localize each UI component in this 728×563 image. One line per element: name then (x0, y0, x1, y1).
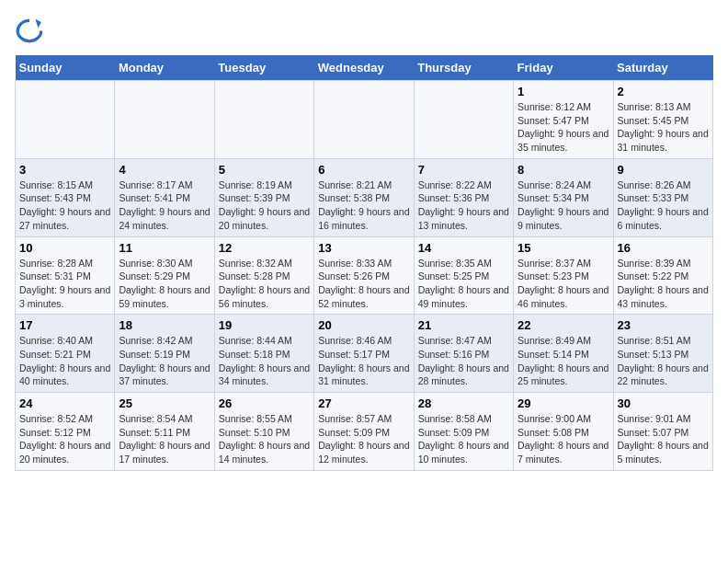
calendar-cell: 21Sunrise: 8:47 AM Sunset: 5:16 PM Dayli… (414, 315, 513, 393)
calendar-week-2: 3Sunrise: 8:15 AM Sunset: 5:43 PM Daylig… (16, 158, 713, 236)
column-header-sunday: Sunday (16, 55, 115, 81)
day-info: Sunrise: 8:19 AM Sunset: 5:39 PM Dayligh… (219, 178, 310, 233)
day-number: 3 (19, 163, 110, 177)
calendar-cell: 27Sunrise: 8:57 AM Sunset: 5:09 PM Dayli… (314, 393, 414, 471)
column-header-saturday: Saturday (613, 55, 712, 81)
day-info: Sunrise: 8:55 AM Sunset: 5:10 PM Dayligh… (219, 412, 310, 466)
column-header-friday: Friday (514, 55, 613, 81)
calendar-cell: 1Sunrise: 8:12 AM Sunset: 5:47 PM Daylig… (514, 81, 613, 159)
day-number: 17 (19, 318, 110, 332)
day-number: 29 (518, 396, 609, 410)
calendar-cell: 4Sunrise: 8:17 AM Sunset: 5:41 PM Daylig… (115, 158, 214, 236)
calendar-cell: 25Sunrise: 8:54 AM Sunset: 5:11 PM Dayli… (115, 393, 214, 471)
calendar-cell: 24Sunrise: 8:52 AM Sunset: 5:12 PM Dayli… (16, 393, 115, 471)
calendar-cell: 3Sunrise: 8:15 AM Sunset: 5:43 PM Daylig… (16, 158, 115, 236)
calendar-cell (115, 81, 214, 159)
day-info: Sunrise: 8:30 AM Sunset: 5:29 PM Dayligh… (119, 257, 210, 311)
day-info: Sunrise: 8:39 AM Sunset: 5:22 PM Dayligh… (618, 257, 709, 311)
day-number: 8 (518, 163, 609, 177)
day-info: Sunrise: 8:15 AM Sunset: 5:43 PM Dayligh… (19, 178, 110, 233)
day-number: 19 (219, 318, 310, 332)
calendar-cell: 23Sunrise: 8:51 AM Sunset: 5:13 PM Dayli… (613, 315, 712, 393)
calendar-cell: 13Sunrise: 8:33 AM Sunset: 5:26 PM Dayli… (314, 236, 414, 315)
calendar-cell: 16Sunrise: 8:39 AM Sunset: 5:22 PM Dayli… (613, 236, 712, 315)
day-number: 25 (119, 396, 210, 410)
logo (15, 15, 48, 44)
day-info: Sunrise: 8:28 AM Sunset: 5:31 PM Dayligh… (19, 257, 110, 311)
calendar-body: 1Sunrise: 8:12 AM Sunset: 5:47 PM Daylig… (16, 81, 713, 471)
day-info: Sunrise: 8:52 AM Sunset: 5:12 PM Dayligh… (19, 412, 110, 466)
day-info: Sunrise: 8:37 AM Sunset: 5:23 PM Dayligh… (518, 257, 609, 311)
calendar-cell (314, 81, 414, 159)
calendar-header: SundayMondayTuesdayWednesdayThursdayFrid… (16, 55, 713, 81)
calendar-week-4: 17Sunrise: 8:40 AM Sunset: 5:21 PM Dayli… (16, 315, 713, 393)
day-number: 13 (318, 241, 409, 255)
calendar-cell: 20Sunrise: 8:46 AM Sunset: 5:17 PM Dayli… (314, 315, 414, 393)
day-info: Sunrise: 8:22 AM Sunset: 5:36 PM Dayligh… (418, 178, 509, 233)
calendar-week-5: 24Sunrise: 8:52 AM Sunset: 5:12 PM Dayli… (16, 393, 713, 471)
day-number: 4 (119, 163, 210, 177)
day-info: Sunrise: 8:46 AM Sunset: 5:17 PM Dayligh… (318, 334, 409, 388)
calendar-cell (414, 81, 513, 159)
calendar-cell: 17Sunrise: 8:40 AM Sunset: 5:21 PM Dayli… (16, 315, 115, 393)
day-info: Sunrise: 8:24 AM Sunset: 5:34 PM Dayligh… (518, 178, 609, 233)
day-info: Sunrise: 8:13 AM Sunset: 5:45 PM Dayligh… (618, 100, 709, 155)
day-number: 7 (418, 163, 509, 177)
day-info: Sunrise: 8:49 AM Sunset: 5:14 PM Dayligh… (518, 334, 609, 388)
day-info: Sunrise: 8:57 AM Sunset: 5:09 PM Dayligh… (318, 412, 409, 466)
day-info: Sunrise: 9:01 AM Sunset: 5:07 PM Dayligh… (618, 412, 709, 466)
calendar-cell: 29Sunrise: 9:00 AM Sunset: 5:08 PM Dayli… (514, 393, 613, 471)
day-info: Sunrise: 8:21 AM Sunset: 5:38 PM Dayligh… (318, 178, 409, 233)
day-info: Sunrise: 8:17 AM Sunset: 5:41 PM Dayligh… (119, 178, 210, 233)
day-number: 18 (119, 318, 210, 332)
page-header (15, 15, 713, 44)
calendar-week-3: 10Sunrise: 8:28 AM Sunset: 5:31 PM Dayli… (16, 236, 713, 315)
day-number: 26 (219, 396, 310, 410)
calendar-cell: 11Sunrise: 8:30 AM Sunset: 5:29 PM Dayli… (115, 236, 214, 315)
calendar-cell: 6Sunrise: 8:21 AM Sunset: 5:38 PM Daylig… (314, 158, 414, 236)
day-info: Sunrise: 8:12 AM Sunset: 5:47 PM Dayligh… (518, 100, 609, 155)
day-info: Sunrise: 9:00 AM Sunset: 5:08 PM Dayligh… (518, 412, 609, 466)
calendar-cell: 14Sunrise: 8:35 AM Sunset: 5:25 PM Dayli… (414, 236, 513, 315)
day-number: 30 (618, 396, 709, 410)
calendar-cell: 2Sunrise: 8:13 AM Sunset: 5:45 PM Daylig… (613, 81, 712, 159)
day-info: Sunrise: 8:32 AM Sunset: 5:28 PM Dayligh… (219, 257, 310, 311)
day-number: 12 (219, 241, 310, 255)
day-number: 27 (318, 396, 409, 410)
day-number: 28 (418, 396, 509, 410)
calendar-cell: 22Sunrise: 8:49 AM Sunset: 5:14 PM Dayli… (514, 315, 613, 393)
day-number: 11 (119, 241, 210, 255)
day-info: Sunrise: 8:33 AM Sunset: 5:26 PM Dayligh… (318, 257, 409, 311)
day-info: Sunrise: 8:44 AM Sunset: 5:18 PM Dayligh… (219, 334, 310, 388)
day-info: Sunrise: 8:54 AM Sunset: 5:11 PM Dayligh… (119, 412, 210, 466)
day-number: 16 (618, 241, 709, 255)
day-info: Sunrise: 8:35 AM Sunset: 5:25 PM Dayligh… (418, 257, 509, 311)
calendar-cell (214, 81, 313, 159)
day-number: 20 (318, 318, 409, 332)
column-header-monday: Monday (115, 55, 214, 81)
calendar-cell (16, 81, 115, 159)
day-info: Sunrise: 8:58 AM Sunset: 5:09 PM Dayligh… (418, 412, 509, 466)
day-number: 22 (518, 318, 609, 332)
day-number: 1 (518, 85, 609, 98)
column-header-wednesday: Wednesday (314, 55, 414, 81)
calendar-cell: 15Sunrise: 8:37 AM Sunset: 5:23 PM Dayli… (514, 236, 613, 315)
day-number: 14 (418, 241, 509, 255)
day-number: 6 (318, 163, 409, 177)
calendar-cell: 9Sunrise: 8:26 AM Sunset: 5:33 PM Daylig… (613, 158, 712, 236)
day-number: 9 (618, 163, 709, 177)
calendar-cell: 30Sunrise: 9:01 AM Sunset: 5:07 PM Dayli… (613, 393, 712, 471)
day-info: Sunrise: 8:26 AM Sunset: 5:33 PM Dayligh… (618, 178, 709, 233)
day-number: 10 (19, 241, 110, 255)
day-info: Sunrise: 8:42 AM Sunset: 5:19 PM Dayligh… (119, 334, 210, 388)
day-info: Sunrise: 8:40 AM Sunset: 5:21 PM Dayligh… (19, 334, 110, 388)
calendar-week-1: 1Sunrise: 8:12 AM Sunset: 5:47 PM Daylig… (16, 81, 713, 159)
day-number: 5 (219, 163, 310, 177)
calendar-cell: 18Sunrise: 8:42 AM Sunset: 5:19 PM Dayli… (115, 315, 214, 393)
logo-icon (15, 15, 44, 44)
day-number: 23 (618, 318, 709, 332)
day-info: Sunrise: 8:47 AM Sunset: 5:16 PM Dayligh… (418, 334, 509, 388)
calendar-cell: 12Sunrise: 8:32 AM Sunset: 5:28 PM Dayli… (214, 236, 313, 315)
column-header-thursday: Thursday (414, 55, 513, 81)
calendar-cell: 28Sunrise: 8:58 AM Sunset: 5:09 PM Dayli… (414, 393, 513, 471)
